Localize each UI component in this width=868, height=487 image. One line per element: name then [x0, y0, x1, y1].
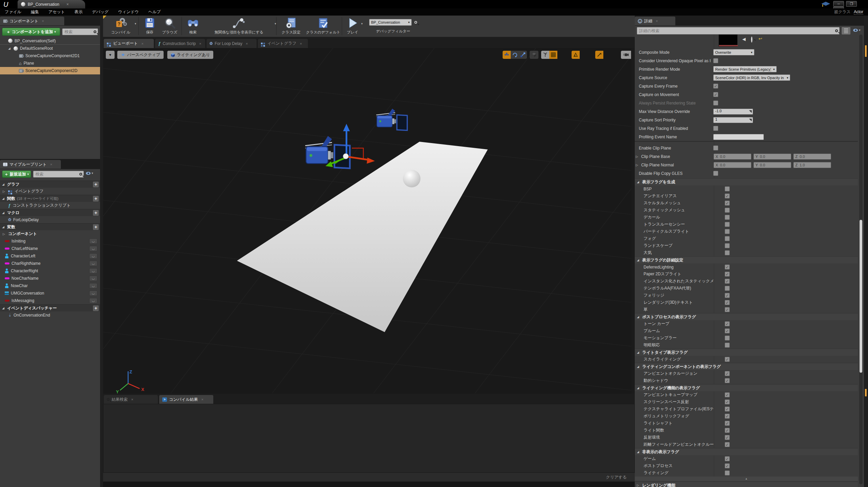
- flag-checkbox[interactable]: ✓: [725, 392, 730, 397]
- flag-checkbox[interactable]: [725, 215, 730, 220]
- browse-to-asset-icon[interactable]: ◀: [742, 37, 746, 42]
- tab-my-blueprint[interactable]: マイブループリント ×: [0, 160, 61, 169]
- close-icon[interactable]: ×: [50, 162, 52, 166]
- flag-checkbox[interactable]: ✓: [725, 442, 730, 447]
- checkbox-Capture on Movement[interactable]: ✓: [713, 92, 718, 97]
- toolbar-button-save[interactable]: 保存: [141, 17, 159, 35]
- expander-icon[interactable]: ◢: [2, 225, 5, 229]
- close-icon[interactable]: ×: [141, 42, 143, 46]
- variable-NowChar[interactable]: NowChar◡: [0, 282, 100, 289]
- variable-IsMessaging[interactable]: IsMessaging◡: [0, 297, 100, 304]
- flag-checkbox[interactable]: ✓: [725, 371, 730, 376]
- flag-checkbox[interactable]: ✓: [725, 357, 730, 362]
- dropdown-Capture Source[interactable]: SceneColor (HDR) in RGB, Inv Opacity in …: [713, 74, 790, 81]
- expander-icon[interactable]: ◢: [637, 315, 640, 319]
- item-ForLoopDelay[interactable]: ForLoopDelay: [0, 216, 100, 223]
- checkbox-Consider Unrendered Opaque Pixel as Fully[interactable]: [713, 58, 718, 63]
- tree-item-Plane[interactable]: ⌂Plane: [0, 60, 100, 67]
- flag-checkbox[interactable]: [725, 186, 730, 191]
- variable-CharRightName[interactable]: CharRightName◡: [0, 260, 100, 267]
- debug-filter-combobox[interactable]: BP_Conversation▾: [369, 19, 412, 26]
- flag-checkbox[interactable]: ✓: [725, 321, 730, 326]
- tutorial-cap-icon[interactable]: [821, 1, 831, 8]
- expander-icon[interactable]: ◢: [637, 180, 640, 184]
- subsection-コンポーネント[interactable]: ▷コンポーネント: [0, 230, 100, 237]
- variable-CharacterRight[interactable]: CharacterRight◡: [0, 267, 100, 275]
- textfield-Profiling Event Name[interactable]: [713, 134, 764, 140]
- expander-icon[interactable]: ◢: [637, 351, 640, 354]
- expander-icon[interactable]: ◢: [2, 306, 5, 310]
- menu-ヘルプ[interactable]: ヘルプ: [144, 8, 166, 16]
- add-component-button[interactable]: ＋コンポーネントを追加▾: [2, 28, 60, 36]
- eye-closed-icon[interactable]: ◡: [89, 298, 97, 303]
- expander-icon[interactable]: ◢: [637, 365, 640, 368]
- doc-tab-For Loop Delay[interactable]: For Loop Delay×: [207, 39, 257, 48]
- eye-closed-icon[interactable]: ◡: [89, 283, 97, 288]
- expander-icon[interactable]: ◢: [2, 197, 5, 200]
- flag-checkbox[interactable]: ✓: [725, 328, 730, 333]
- eye-closed-icon[interactable]: ◡: [89, 268, 97, 274]
- vector-z-field[interactable]: Z1.0: [793, 162, 831, 168]
- toolbar-button-browse[interactable]: ブラウズ: [159, 17, 180, 35]
- bottom-tab-結果検索[interactable]: 結果検索×: [104, 395, 158, 404]
- flag-checkbox[interactable]: ✓: [725, 264, 730, 270]
- flag-section-ポストプロセスの表示フラグ[interactable]: ◢ポストプロセスの表示フラグ: [635, 313, 858, 320]
- find-asset-icon[interactable]: [751, 37, 752, 43]
- components-searchbox[interactable]: [62, 28, 98, 35]
- details-search-input[interactable]: [638, 28, 835, 33]
- flag-checkbox[interactable]: ✓: [725, 414, 730, 419]
- tree-item-SceneCaptureComponent2D1[interactable]: SceneCaptureComponent2D1: [0, 52, 100, 60]
- tree-item-BP_Conversation(Self)[interactable]: BP_Conversation(Self): [0, 37, 100, 45]
- close-icon[interactable]: ×: [246, 42, 248, 46]
- flag-checkbox[interactable]: ✓: [725, 300, 730, 305]
- flag-checkbox[interactable]: ✓: [725, 456, 730, 461]
- spinbox-Capture Sort Priority[interactable]: 1: [713, 117, 753, 123]
- flag-checkbox[interactable]: ✓: [725, 307, 730, 312]
- scene-capture-camera-right[interactable]: [376, 109, 407, 130]
- add-new-button[interactable]: ＋新規追加▾: [2, 170, 31, 178]
- flag-checkbox[interactable]: [725, 250, 730, 255]
- close-icon[interactable]: ×: [300, 42, 302, 46]
- details-scrollbar-thumb[interactable]: [860, 220, 862, 373]
- add-item-button[interactable]: ＋: [93, 210, 99, 216]
- clear-button[interactable]: クリアする: [606, 474, 627, 480]
- flag-section-表示フラグを生成[interactable]: ◢表示フラグを生成: [635, 178, 858, 185]
- variable-UMGConversation[interactable]: UMGConversation◡: [0, 289, 100, 297]
- close-icon[interactable]: ×: [656, 19, 658, 23]
- chevron-down-icon[interactable]: ▾: [274, 22, 276, 25]
- toolbar-button-class-settings[interactable]: クラス設定: [279, 17, 303, 35]
- section-イベントディスパッチャー[interactable]: ◢イベントディスパッチャー＋: [0, 304, 100, 311]
- flag-checkbox[interactable]: [725, 243, 730, 248]
- close-icon[interactable]: ×: [199, 42, 201, 46]
- texture-target-thumbnail[interactable]: [719, 34, 738, 47]
- collapse-categories-bar[interactable]: ▲: [635, 477, 858, 481]
- vector-y-field[interactable]: Y0.0: [753, 154, 791, 160]
- myblueprint-searchbox[interactable]: [33, 171, 84, 178]
- variable-CharLeftName[interactable]: CharLeftName◡: [0, 245, 100, 252]
- perspective-button[interactable]: パースペクティブ: [117, 51, 164, 59]
- flag-checkbox[interactable]: ✓: [725, 193, 730, 199]
- flag-checkbox[interactable]: ✓: [725, 435, 730, 440]
- scale-tool-button[interactable]: [519, 51, 527, 59]
- vector-x-field[interactable]: X0.0: [714, 162, 751, 168]
- rendering-section-header-partial[interactable]: ▷レンダリング機能: [635, 482, 858, 487]
- expander-icon[interactable]: ▷: [3, 232, 6, 236]
- bottom-tab-コンパイル結果[interactable]: >コンパイル結果×: [159, 395, 213, 404]
- flag-checkbox[interactable]: ✓: [725, 407, 730, 412]
- flag-checkbox[interactable]: [725, 470, 730, 476]
- variable-NoeCharName[interactable]: NoeCharName◡: [0, 275, 100, 282]
- details-searchbox[interactable]: [637, 27, 840, 34]
- close-icon[interactable]: ×: [201, 397, 203, 401]
- sphere-mesh[interactable]: [403, 170, 420, 187]
- visibility-filter-button[interactable]: ▾: [86, 171, 93, 175]
- lit-mode-button[interactable]: ライティングあり: [167, 51, 213, 59]
- grid-snap-button[interactable]: [549, 51, 557, 59]
- flag-checkbox[interactable]: [725, 335, 730, 341]
- flag-checkbox[interactable]: ✓: [725, 378, 730, 383]
- angle-snap-button[interactable]: [572, 51, 580, 59]
- search-icon[interactable]: [414, 21, 417, 24]
- flag-checkbox[interactable]: ✓: [725, 279, 730, 284]
- checkbox-Disable Flip Copy GLES[interactable]: [713, 171, 718, 176]
- flag-checkbox[interactable]: ✓: [725, 399, 730, 404]
- flag-checkbox[interactable]: ✓: [725, 428, 730, 433]
